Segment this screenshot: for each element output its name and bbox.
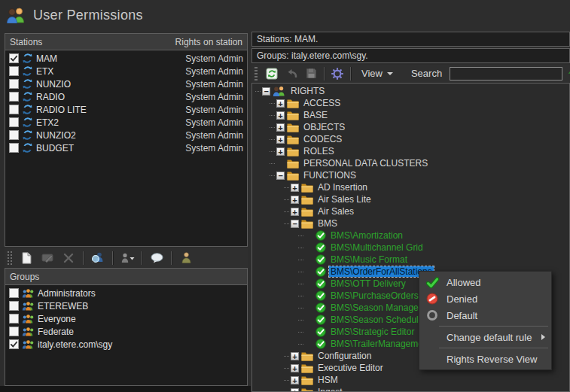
menu-item-denied[interactable]: Denied xyxy=(419,290,551,307)
station-row[interactable]: RADIO LITESystem Admin xyxy=(5,103,247,116)
group-checkbox[interactable] xyxy=(9,339,19,349)
tree-row[interactable]: +Air Sales Lite xyxy=(252,193,569,205)
tree-row[interactable]: BMS\Multichannel Grid xyxy=(252,242,569,254)
tree-node-label[interactable]: BMS\Season Manager xyxy=(329,302,423,313)
expand-icon[interactable]: + xyxy=(291,376,299,384)
group-row[interactable]: Federate xyxy=(5,325,247,338)
new-document-button[interactable] xyxy=(18,250,35,266)
expand-icon[interactable]: + xyxy=(276,123,285,132)
station-checkbox[interactable] xyxy=(9,66,19,76)
tree-node-label[interactable]: ROLES xyxy=(302,146,336,156)
expand-icon[interactable]: + xyxy=(291,352,299,360)
tree-node-label[interactable]: ACCESS xyxy=(302,98,342,108)
collapse-icon[interactable]: − xyxy=(291,220,299,228)
tree-node-label[interactable]: Ingest xyxy=(316,387,344,392)
group-row[interactable]: Administrators xyxy=(5,287,247,299)
tree-node-label[interactable]: BMS\Multichannel Grid xyxy=(329,242,425,253)
tree-node-label[interactable]: Configuration xyxy=(316,351,373,361)
tree-row[interactable]: +Ingest xyxy=(252,386,569,392)
menu-item-allowed[interactable]: Allowed xyxy=(419,274,551,290)
tree-row[interactable]: +BASE xyxy=(252,109,569,121)
tree-row[interactable]: +AD Insertion xyxy=(252,181,569,193)
station-row[interactable]: RADIOSystem Admin xyxy=(5,90,247,103)
tree-node-label[interactable]: RIGHTS xyxy=(289,86,326,96)
comment-button[interactable] xyxy=(148,250,165,266)
group-row[interactable]: Everyone xyxy=(5,312,247,325)
tree-node-label[interactable]: Air Sales Lite xyxy=(316,194,373,205)
view-dropdown[interactable]: View xyxy=(357,66,398,81)
expand-icon[interactable]: + xyxy=(276,147,285,156)
tree-node-label[interactable]: AD Insertion xyxy=(316,182,369,193)
station-checkbox[interactable] xyxy=(9,117,19,127)
gear-button[interactable] xyxy=(329,65,346,81)
tree-row[interactable]: BMS\Amortization xyxy=(252,229,569,242)
station-checkbox[interactable] xyxy=(9,53,19,63)
menu-item-default[interactable]: Default xyxy=(419,307,551,324)
tree-row[interactable]: +ACCESS xyxy=(252,97,569,109)
group-row[interactable]: ETEREWEB xyxy=(5,299,247,312)
expand-icon[interactable]: + xyxy=(276,111,285,120)
expand-icon[interactable]: + xyxy=(291,364,299,372)
toolbar-grip[interactable] xyxy=(8,251,12,265)
tree-row[interactable]: +Air Sales xyxy=(252,205,569,217)
tree-node-label[interactable]: BMS\Season Scheduler xyxy=(329,315,428,325)
tree-row[interactable]: −RIGHTS xyxy=(252,85,569,97)
tree-node-label[interactable]: BMS\OrderForAllStations xyxy=(329,266,434,277)
tree-row[interactable]: +HSM xyxy=(252,374,569,386)
tree-node-label[interactable]: BMS\PurchaseOrdersFin xyxy=(329,290,432,301)
station-checkbox[interactable] xyxy=(9,143,19,153)
tree-node-label[interactable]: BASE xyxy=(302,110,329,120)
group-row[interactable]: italy.etere.com\sgy xyxy=(5,338,247,351)
group-checkbox[interactable] xyxy=(9,301,19,311)
tree-row[interactable]: +ROLES xyxy=(252,145,569,157)
tree-node-label[interactable]: Air Sales xyxy=(316,206,355,217)
tree-row[interactable]: BMS\Music Format xyxy=(252,254,569,266)
tree-node-label[interactable]: BMS\Music Format xyxy=(329,254,409,265)
search-input[interactable] xyxy=(450,67,562,81)
expand-icon[interactable]: + xyxy=(291,388,299,392)
station-row[interactable]: NUNZIO2System Admin xyxy=(5,129,247,141)
station-checkbox[interactable] xyxy=(9,79,19,89)
group-checkbox[interactable] xyxy=(9,288,19,298)
tree-node-label[interactable]: PERSONAL DATA CLUSTERS xyxy=(302,158,429,169)
group-checkbox[interactable] xyxy=(9,327,19,336)
tree-row[interactable]: PERSONAL DATA CLUSTERS xyxy=(252,157,569,169)
station-row[interactable]: ETXSystem Admin xyxy=(5,65,247,77)
search-up-button[interactable] xyxy=(567,65,570,81)
toolbar-grip[interactable] xyxy=(255,67,258,81)
tree-row[interactable]: +OBJECTS xyxy=(252,121,569,133)
station-row[interactable]: BUDGETSystem Admin xyxy=(5,141,247,154)
tree-node-label[interactable]: HSM xyxy=(316,375,340,385)
tree-node-label[interactable]: CODECS xyxy=(302,134,343,144)
collapse-icon[interactable]: − xyxy=(276,172,285,180)
collapse-icon[interactable]: − xyxy=(262,87,270,96)
station-row[interactable]: NUNZIOSystem Admin xyxy=(5,77,247,90)
station-checkbox[interactable] xyxy=(9,92,19,102)
expand-icon[interactable]: + xyxy=(291,208,299,216)
tree-node-label[interactable]: OBJECTS xyxy=(302,122,346,132)
station-row[interactable]: ETX2System Admin xyxy=(5,116,247,129)
user-dropdown-button[interactable] xyxy=(119,250,136,266)
menu-item-rights-reverse-view[interactable]: Rights Reverse View xyxy=(419,351,551,367)
station-checkbox[interactable] xyxy=(9,105,19,114)
expand-icon[interactable]: + xyxy=(276,99,285,108)
user-button[interactable] xyxy=(178,250,194,266)
refresh-button[interactable] xyxy=(264,65,280,81)
tree-row[interactable]: −BMS xyxy=(252,217,569,229)
tree-node-label[interactable]: BMS\TrailerManagement xyxy=(329,339,432,349)
tree-row[interactable]: −FUNCTIONS xyxy=(252,169,569,181)
tree-node-label[interactable]: FUNCTIONS xyxy=(302,170,358,181)
tree-node-label[interactable]: BMS xyxy=(316,218,339,229)
menu-item-change-default-rule[interactable]: Change default rule xyxy=(419,329,551,345)
tree-node-label[interactable]: BMS\OTT Delivery xyxy=(329,278,407,289)
station-row[interactable]: MAMSystem Admin xyxy=(5,52,247,65)
expand-icon[interactable]: + xyxy=(291,196,299,204)
tree-node-label[interactable]: BMS\Amortization xyxy=(329,230,404,241)
tree-node-label[interactable]: BMS\Strategic Editor xyxy=(329,327,416,337)
tree-row[interactable]: +CODECS xyxy=(252,133,569,145)
group-checkbox[interactable] xyxy=(9,314,19,324)
expand-icon[interactable]: + xyxy=(276,135,285,144)
find-user-button[interactable] xyxy=(90,250,106,266)
tree-node-label[interactable]: Executive Editor xyxy=(316,363,385,373)
station-checkbox[interactable] xyxy=(9,130,19,140)
